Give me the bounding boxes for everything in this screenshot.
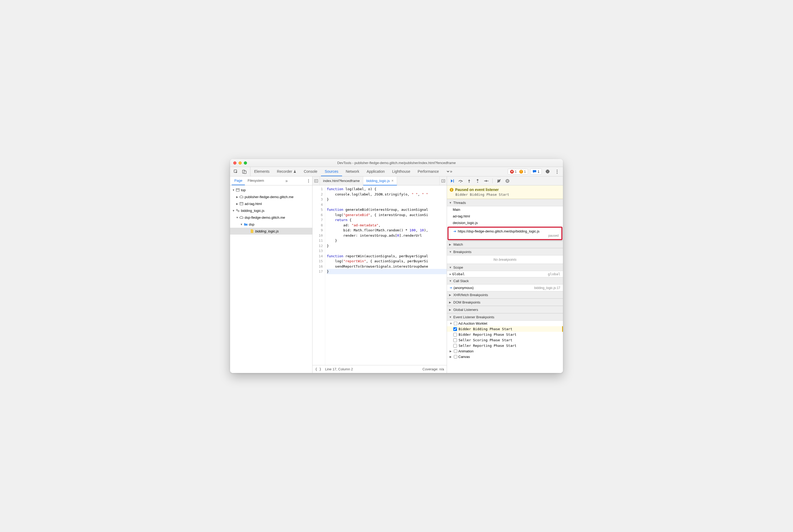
callstack-header[interactable]: ▼ Call Stack	[447, 277, 563, 284]
watch-header[interactable]: ▶ Watch	[447, 241, 563, 248]
step-into-button[interactable]	[466, 178, 472, 184]
chevron-right-icon: ▶	[450, 350, 453, 353]
tree-ad-tag-html[interactable]: ▶ ad-tag.html	[230, 200, 312, 207]
close-window-button[interactable]	[233, 162, 237, 165]
code-body[interactable]: function log(label, o) { console.log(lab…	[325, 186, 447, 365]
elb-category-ad-auction[interactable]: ▼ Ad Auction Worklet	[447, 321, 563, 326]
pretty-print-button[interactable]: { }	[315, 367, 321, 371]
scope-global[interactable]: ▶ Global global	[447, 271, 563, 277]
thread-bidding-logic-highlighted[interactable]: ➔ https://dsp-fledge-demo.glitch.me/dsp/…	[448, 227, 562, 240]
scope-header[interactable]: ▼ Scope	[447, 264, 563, 271]
chevron-down-icon: ▼	[232, 209, 235, 212]
elb-item-seller-scoring-start[interactable]: Seller Scoring Phase Start	[447, 337, 563, 343]
pause-on-exceptions-button[interactable]	[504, 178, 511, 184]
inspect-element-icon[interactable]	[232, 168, 240, 175]
settings-icon[interactable]	[544, 168, 551, 175]
toolbar-left	[230, 167, 250, 176]
elb-category-checkbox[interactable]	[454, 322, 457, 325]
callstack-frame[interactable]: ➔ (anonymous) bidding_logic.js:17	[447, 284, 563, 291]
chevron-down-icon: ▼	[235, 216, 239, 219]
elb-category-animation[interactable]: ▶ Animation	[447, 348, 563, 354]
elb-checkbox[interactable]	[453, 344, 457, 348]
tree-top-frame[interactable]: ▼ top	[230, 187, 312, 193]
editor-tab-nav-right[interactable]	[439, 176, 447, 185]
chevron-down-icon: ▼	[449, 250, 452, 253]
breakpoints-header[interactable]: ▼ Breakpoints	[447, 248, 563, 255]
step-button[interactable]	[483, 178, 489, 184]
svg-point-22	[460, 182, 461, 182]
chevron-right-icon: ▶	[235, 202, 239, 205]
device-toolbar-icon[interactable]	[241, 168, 248, 175]
navigator-menu-icon[interactable]	[306, 179, 310, 183]
messages-badge[interactable]: 1	[530, 169, 542, 175]
minimize-window-button[interactable]	[239, 162, 242, 165]
tree-bidding-worklet[interactable]: ▼ bidding_logic.js	[230, 207, 312, 214]
tree-domain-publisher[interactable]: ▶ publisher-fledge-demo.glitch.me	[230, 193, 312, 200]
messages-count: 1	[537, 170, 540, 174]
thread-decision-logic[interactable]: decision_logic.js	[447, 220, 563, 226]
tab-application[interactable]: Application	[363, 167, 389, 176]
maximize-window-button[interactable]	[244, 162, 247, 165]
file-tree[interactable]: ▼ top ▶ publisher-fledge-demo.glitch.me …	[230, 186, 312, 373]
tab-lighthouse[interactable]: Lighthouse	[389, 167, 414, 176]
tab-console[interactable]: Console	[300, 167, 321, 176]
thread-main[interactable]: Main	[447, 206, 563, 213]
errors-count: 1	[515, 170, 517, 174]
global-listeners-header[interactable]: ▶ Global Listeners	[447, 306, 563, 313]
step-out-button[interactable]	[474, 178, 481, 184]
elb-category-canvas[interactable]: ▶ Canvas	[447, 354, 563, 360]
gears-icon	[235, 209, 240, 212]
elb-item-bidder-bidding-start[interactable]: Bidder Bidding Phase Start	[447, 326, 563, 332]
navigator-tab-page[interactable]: Page	[232, 176, 245, 185]
elb-item-seller-reporting-start[interactable]: Seller Reporting Phase Start	[447, 343, 563, 348]
titlebar: DevTools - publisher-fledge-demo.glitch.…	[230, 159, 563, 167]
chevron-down-icon: ▼	[449, 266, 452, 269]
js-file-icon	[250, 229, 254, 233]
tab-label: index.html?fencedframe	[323, 179, 360, 183]
elb-item-bidder-reporting-start[interactable]: Bidder Reporting Phase Start	[447, 332, 563, 337]
tree-folder-dsp[interactable]: ▼ dsp	[230, 221, 312, 228]
tab-elements[interactable]: Elements	[250, 167, 273, 176]
code-editor[interactable]: 1234567891011121314151617 function log(l…	[313, 186, 447, 365]
thread-ad-tag[interactable]: ad-tag.html	[447, 213, 563, 220]
event-listener-breakpoints-header[interactable]: ▼ Event Listener Breakpoints	[447, 313, 563, 321]
elb-checkbox[interactable]	[453, 327, 457, 331]
message-icon	[532, 170, 536, 174]
tab-recorder[interactable]: Recorder	[273, 167, 300, 176]
console-issues-badge[interactable]: ✕ 1 ! 1	[508, 169, 528, 175]
tab-sources[interactable]: Sources	[321, 167, 342, 176]
deactivate-breakpoints-button[interactable]	[496, 178, 502, 184]
separator	[492, 178, 493, 183]
tab-performance[interactable]: Performance	[414, 167, 442, 176]
kebab-menu-icon[interactable]	[553, 168, 561, 175]
devtools-window: DevTools - publisher-fledge-demo.glitch.…	[230, 159, 563, 373]
debugger-pane: Paused on event listener Bidder Bidding …	[447, 176, 563, 373]
chevron-right-icon: ▶	[450, 272, 451, 276]
more-tabs-button[interactable]: »	[442, 167, 456, 176]
step-over-button[interactable]	[457, 178, 464, 184]
elb-category-checkbox[interactable]	[454, 355, 457, 358]
tree-label: bidding_logic.js	[255, 229, 279, 233]
elb-category-checkbox[interactable]	[454, 349, 457, 353]
navigator-tab-filesystem[interactable]: Filesystem	[245, 176, 266, 185]
close-tab-icon[interactable]: ×	[392, 178, 394, 183]
tree-file-bidding-logic[interactable]: bidding_logic.js	[230, 228, 312, 234]
resume-button[interactable]	[449, 178, 455, 184]
tree-domain-dsp[interactable]: ▼ dsp-fledge-demo.glitch.me	[230, 214, 312, 221]
svg-rect-20	[442, 179, 445, 182]
svg-point-8	[308, 179, 309, 180]
editor-tab-bidding-logic[interactable]: bidding_logic.js ×	[363, 177, 397, 186]
dom-breakpoints-header[interactable]: ▶ DOM Breakpoints	[447, 299, 563, 306]
xhr-breakpoints-header[interactable]: ▶ XHR/fetch Breakpoints	[447, 291, 563, 299]
tab-network[interactable]: Network	[342, 167, 363, 176]
editor-tab-nav-left[interactable]	[313, 176, 320, 185]
elb-checkbox[interactable]	[453, 338, 457, 342]
thread-paused-label: paused	[453, 234, 559, 238]
threads-header[interactable]: ▼ Threads	[447, 199, 563, 206]
navigator-more-tabs[interactable]: »	[284, 178, 289, 183]
editor-tab-index[interactable]: index.html?fencedframe	[320, 176, 363, 185]
tree-label: bidding_logic.js	[241, 209, 264, 213]
traffic-lights	[233, 162, 247, 165]
elb-checkbox[interactable]	[453, 333, 457, 337]
debugger-scroll[interactable]: Paused on event listener Bidder Bidding …	[447, 186, 563, 373]
